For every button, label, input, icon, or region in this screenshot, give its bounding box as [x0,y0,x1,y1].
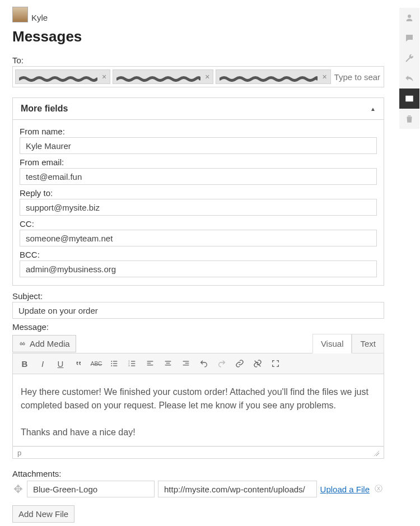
align-center-button[interactable] [161,357,175,370]
svg-point-0 [20,343,22,345]
page-content: Kyle Messages To: × × × More fields ▲ Fr… [0,0,396,526]
svg-rect-11 [131,361,135,361]
svg-rect-19 [165,365,171,365]
message-paragraph: Thanks and have a nice day! [21,426,376,439]
attachment-title-input[interactable] [27,481,155,497]
add-new-file-button[interactable]: Add New File [12,505,74,523]
user-avatar [12,7,28,22]
fullscreen-button[interactable] [268,357,283,370]
recipient-chip: × [113,69,213,84]
svg-rect-14 [147,361,153,361]
svg-rect-7 [113,365,117,366]
editor-toolbar: B I U ABC 123 [12,353,384,374]
recipient-chip: × [15,69,110,84]
attachment-row: ✥ Upload a File ⓧ [12,481,384,497]
svg-rect-13 [131,365,135,366]
ol-button[interactable]: 123 [125,357,139,370]
from-email-input[interactable] [20,168,377,185]
remove-chip-icon[interactable]: × [205,73,209,81]
svg-rect-15 [147,363,151,364]
message-body[interactable]: Hey there customer! We finished your cus… [12,374,384,446]
svg-point-2 [111,361,112,362]
user-row: Kyle [12,7,384,22]
editor-tabs: Visual Text [312,334,384,353]
from-name-input[interactable] [20,137,377,154]
to-search-input[interactable] [333,70,381,83]
svg-rect-17 [165,361,171,361]
more-fields-toggle[interactable]: More fields ▲ [13,98,384,120]
tab-text[interactable]: Text [352,334,384,353]
message-paragraph: Hey there customer! We finished your cus… [21,385,376,412]
svg-rect-16 [147,365,153,365]
cc-input[interactable] [20,230,377,246]
add-media-button[interactable]: Add Media [12,335,76,352]
redo-button[interactable] [214,357,229,370]
strike-button[interactable]: ABC [89,357,104,370]
svg-point-1 [23,343,25,345]
more-fields-panel: More fields ▲ From name: From email: Rep… [12,97,384,286]
align-left-button[interactable] [143,357,157,370]
attachments-label: Attachments: [12,469,384,478]
ul-button[interactable] [107,357,122,370]
redacted-text [19,74,97,80]
rail-trash-icon[interactable] [399,109,419,129]
tab-visual[interactable]: Visual [312,334,352,353]
svg-rect-22 [183,365,189,365]
svg-rect-6 [113,363,117,364]
svg-rect-18 [166,363,170,364]
attachment-url-input[interactable] [158,481,317,497]
svg-point-4 [111,365,112,366]
drag-handle-icon[interactable]: ✥ [12,482,24,496]
page-title: Messages [12,28,384,45]
remove-chip-icon[interactable]: × [102,73,106,81]
redacted-text [220,74,318,80]
unlink-button[interactable] [250,357,265,370]
rail-mail-icon[interactable] [399,89,419,109]
user-name: Kyle [31,13,48,22]
undo-button[interactable] [197,357,211,370]
remove-attachment-icon[interactable]: ⓧ [373,484,384,494]
utility-rail [399,8,419,129]
link-button[interactable] [232,357,247,370]
svg-rect-20 [183,361,189,361]
quote-button[interactable] [71,357,86,370]
bcc-input[interactable] [20,260,377,277]
upload-file-link[interactable]: Upload a File [320,485,370,494]
subject-label: Subject: [12,291,384,301]
rail-wrench-icon[interactable] [399,48,419,68]
to-field[interactable]: × × × [12,66,384,87]
more-fields-title: More fields [21,104,68,114]
reply-to-input[interactable] [20,199,377,216]
resize-handle[interactable] [372,449,379,456]
svg-point-3 [111,363,112,364]
rail-comment-icon[interactable] [399,28,419,48]
svg-rect-5 [113,361,117,361]
remove-chip-icon[interactable]: × [322,73,326,81]
to-label: To: [12,55,384,65]
rail-reply-icon[interactable] [399,68,419,89]
more-fields-body: From name: From email: Reply to: CC: BCC… [13,120,384,285]
svg-text:3: 3 [128,364,130,367]
from-name-label: From name: [20,127,377,136]
svg-rect-21 [185,363,189,364]
align-right-button[interactable] [179,357,193,370]
editor-statusbar: p [12,446,384,459]
recipient-chip: × [216,69,330,84]
reply-to-label: Reply to: [20,188,377,198]
message-label: Message: [12,322,384,332]
underline-button[interactable]: U [53,357,68,370]
italic-button[interactable]: I [35,357,50,370]
bold-button[interactable]: B [17,357,32,370]
from-email-label: From email: [20,157,377,167]
svg-rect-12 [131,363,135,364]
bcc-label: BCC: [20,250,377,259]
element-path: p [17,449,21,457]
subject-input[interactable] [12,302,384,319]
collapse-icon: ▲ [370,106,376,112]
add-media-label: Add Media [30,339,70,348]
rail-user-icon[interactable] [399,8,419,28]
cc-label: CC: [20,219,377,229]
redacted-text [116,74,200,80]
add-new-file-label: Add New File [18,509,68,519]
